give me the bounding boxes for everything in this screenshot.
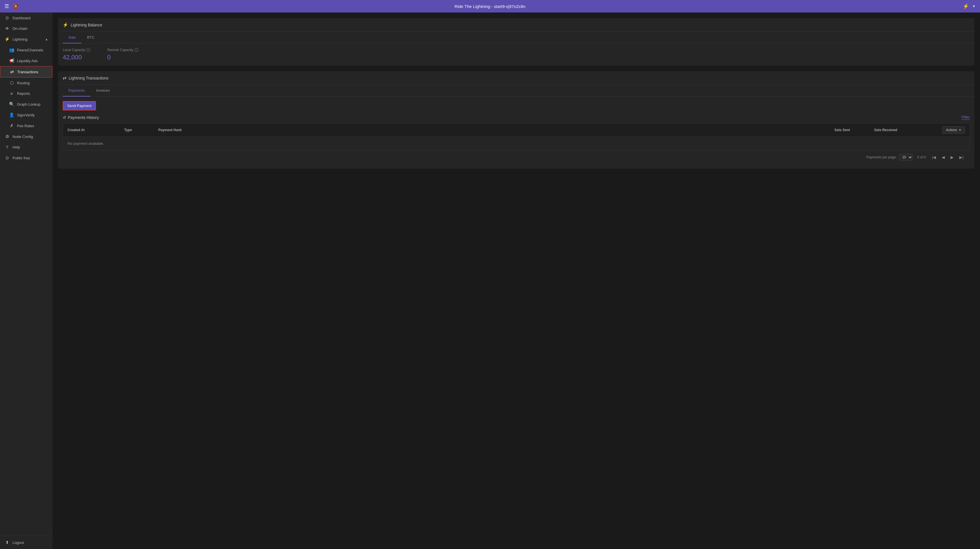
col-header-created-at: Created At <box>68 128 124 132</box>
payments-history-title: Payments History <box>68 115 99 120</box>
sidebar-item-fee-rates[interactable]: ✗ Fee Rates <box>0 120 52 131</box>
sidebar-item-label: On-chain <box>13 26 27 31</box>
topbar: ☰ 🔕 Ride The Lightning - start9-sj97o2c8… <box>0 0 980 13</box>
sidebar-item-label: Reports <box>17 91 30 96</box>
sidebar-item-sign-verify[interactable]: 👤 Sign/Verify <box>0 110 52 120</box>
sidebar-item-public-key[interactable]: ⊙ Public Key <box>0 152 52 163</box>
sidebar-bottom: ⬆ Logout <box>0 536 52 549</box>
balance-body: Local Capacity i 42,000 Remote Capacity … <box>58 43 974 65</box>
menu-icon[interactable]: ☰ <box>5 3 9 10</box>
sidebar-item-transactions[interactable]: ⇄ Transactions <box>0 66 52 78</box>
pagination-bar: Payments per page: 10 25 50 0 of 0 |◀ ◀ … <box>63 150 970 164</box>
sign-icon: 👤 <box>9 112 14 118</box>
sidebar-item-label: Sign/Verify <box>17 113 35 117</box>
remote-capacity-info-icon[interactable]: i <box>135 48 138 52</box>
lightning-balance-card: ⚡ Lightning Balance Sats BTC Local Capac… <box>58 18 974 65</box>
per-page-select[interactable]: 10 25 50 <box>899 154 913 161</box>
sidebar: ⊙ Dashboard 👁 On-chain ⚡ Lightning ▲ 👥 P… <box>0 13 52 549</box>
transaction-tabs: Payments Invoices <box>58 85 974 97</box>
sidebar-item-dashboard[interactable]: ⊙ Dashboard <box>0 13 52 23</box>
sidebar-item-on-chain[interactable]: 👁 On-chain <box>0 23 52 34</box>
sidebar-item-node-config[interactable]: ⚙ Node Config <box>0 131 52 142</box>
sidebar-item-label: Liquidity Ads <box>17 59 38 63</box>
payments-history-title-row: ↺ Payments History <box>63 115 99 120</box>
sidebar-item-graph-lookup[interactable]: 🔍 Graph Lookup <box>0 99 52 110</box>
tab-invoices[interactable]: Invoices <box>91 85 116 97</box>
actions-label: Actions <box>946 128 957 132</box>
balance-values: Local Capacity i 42,000 Remote Capacity … <box>63 48 970 61</box>
transactions-body: Send Payment ↺ Payments History Filter C… <box>58 97 974 169</box>
lightning-balance-title: Lightning Balance <box>71 23 102 27</box>
sidebar-item-label: Graph Lookup <box>17 102 40 107</box>
lightning-icon: ⚡ <box>5 37 10 42</box>
next-page-button[interactable]: ▶ <box>949 155 955 160</box>
lightning-transactions-card: ⇄ Lightning Transactions Payments Invoic… <box>58 71 974 169</box>
liquidity-icon: 📢 <box>9 58 14 63</box>
sidebar-item-label: Transactions <box>17 70 38 74</box>
remote-capacity-item: Remote Capacity i 0 <box>107 48 138 61</box>
logout-icon: ⬆ <box>5 540 10 545</box>
sidebar-item-liquidity-ads[interactable]: 📢 Liquidity Ads <box>0 55 52 66</box>
local-capacity-info-icon[interactable]: i <box>86 48 90 52</box>
per-page-label: Payments per page: <box>866 155 897 159</box>
actions-dropdown-button[interactable]: Actions ▼ <box>942 126 965 134</box>
topbar-dropdown-icon[interactable]: ▼ <box>972 5 975 8</box>
sidebar-item-peers-channels[interactable]: 👥 Peers/Channels <box>0 45 52 55</box>
first-page-button[interactable]: |◀ <box>930 155 938 160</box>
page-info: 0 of 0 <box>917 155 926 159</box>
balance-tabs: Sats BTC <box>58 32 974 43</box>
col-header-payment-hash: Payment Hash <box>158 128 834 132</box>
lightning-transactions-title: Lightning Transactions <box>68 76 108 80</box>
transactions-icon: ⇄ <box>10 69 14 74</box>
empty-table-message: No payment available. <box>63 137 969 150</box>
sidebar-item-label: Help <box>13 145 20 149</box>
filter-link[interactable]: Filter <box>962 115 970 120</box>
tab-payments[interactable]: Payments <box>63 85 91 97</box>
routing-icon: ⬡ <box>9 80 14 85</box>
sidebar-item-label: Dashboard <box>13 16 31 20</box>
local-capacity-label: Local Capacity i <box>63 48 90 52</box>
col-header-type: Type <box>124 128 158 132</box>
payments-history-header: ↺ Payments History Filter <box>63 115 970 120</box>
send-payment-button[interactable]: Send Payment <box>63 101 96 110</box>
sidebar-item-label: Peers/Channels <box>17 48 43 52</box>
sidebar-item-label: Routing <box>17 81 30 85</box>
dashboard-icon: ⊙ <box>5 15 10 21</box>
chevron-down-icon: ▼ <box>959 129 961 131</box>
notification-icon[interactable]: 🔕 <box>13 3 19 10</box>
payments-table: Created At Type Payment Hash Sats Sent S… <box>63 123 970 150</box>
sidebar-item-routing[interactable]: ⬡ Routing <box>0 78 52 88</box>
chevron-up-icon: ▲ <box>45 38 48 41</box>
search-icon: 🔍 <box>9 102 14 107</box>
remote-capacity-value: 0 <box>107 54 138 61</box>
sidebar-item-reports[interactable]: ≡ Reports <box>0 88 52 99</box>
remote-capacity-label: Remote Capacity i <box>107 48 138 52</box>
topbar-title: Ride The Lightning - start9-sj97o2c8n <box>455 4 525 9</box>
col-header-actions: Actions ▼ <box>920 126 965 134</box>
peers-icon: 👥 <box>9 48 14 53</box>
local-capacity-value: 42,000 <box>63 54 90 61</box>
table-header-row: Created At Type Payment Hash Sats Sent S… <box>63 123 969 137</box>
bolt-icon[interactable]: ⚡ <box>963 3 969 10</box>
topbar-left: ☰ 🔕 <box>5 3 19 10</box>
prev-page-button[interactable]: ◀ <box>940 155 947 160</box>
content-area: ⚡ Lightning Balance Sats BTC Local Capac… <box>52 13 980 549</box>
help-icon: ? <box>5 145 10 150</box>
config-icon: ⚙ <box>5 134 10 139</box>
main-layout: ⊙ Dashboard 👁 On-chain ⚡ Lightning ▲ 👥 P… <box>0 13 980 549</box>
transactions-header-icon: ⇄ <box>63 75 67 81</box>
on-chain-icon: 👁 <box>5 26 10 31</box>
sidebar-item-help[interactable]: ? Help <box>0 142 52 152</box>
public-key-icon: ⊙ <box>5 155 10 160</box>
last-page-button[interactable]: ▶| <box>958 155 965 160</box>
sidebar-item-lightning[interactable]: ⚡ Lightning ▲ <box>0 34 52 45</box>
tab-btc[interactable]: BTC <box>81 32 100 43</box>
sidebar-item-logout[interactable]: ⬆ Logout <box>0 537 52 548</box>
sidebar-item-label: Lightning <box>13 37 27 41</box>
sidebar-item-label: Fee Rates <box>17 124 34 128</box>
fee-icon: ✗ <box>9 123 14 128</box>
lightning-balance-icon: ⚡ <box>63 22 68 27</box>
sidebar-item-label: Public Key <box>13 156 30 160</box>
history-icon: ↺ <box>63 115 66 120</box>
tab-sats[interactable]: Sats <box>63 32 81 43</box>
